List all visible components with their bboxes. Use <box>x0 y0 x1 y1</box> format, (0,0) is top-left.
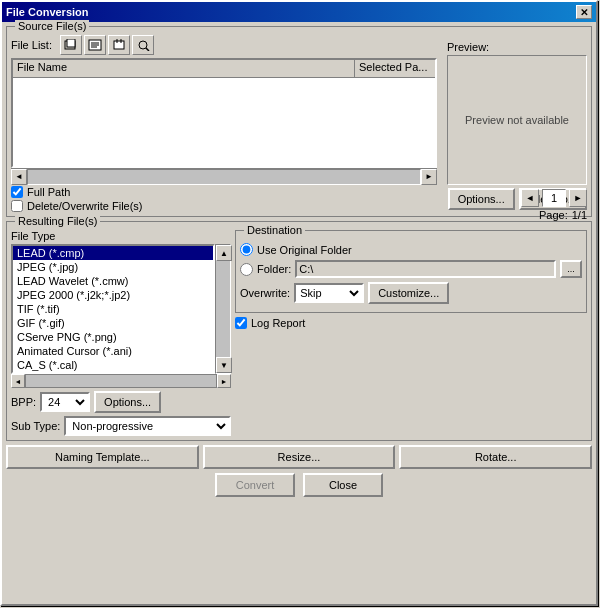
use-original-label: Use Original Folder <box>257 244 352 256</box>
filetype-item-1[interactable]: JPEG (*.jpg) <box>13 260 213 274</box>
filetype-scroll-down[interactable]: ▼ <box>216 357 232 373</box>
filetype-hscroll-track[interactable] <box>25 374 217 388</box>
close-button[interactable]: Close <box>303 473 383 497</box>
filetype-scroll-track[interactable] <box>216 261 230 357</box>
file-type-section: File Type LEAD (*.cmp) JPEG (*.jpg) LEAD… <box>11 230 231 436</box>
filetype-scrollbar[interactable]: ▲ ▼ <box>215 244 231 374</box>
filetype-item-5[interactable]: GIF (*.gif) <box>13 316 213 330</box>
filetype-hscroll-right[interactable]: ► <box>217 374 231 388</box>
toolbar-btn-1[interactable] <box>60 35 82 55</box>
log-report-row: Log Report <box>235 317 587 329</box>
page-total: 1/1 <box>572 209 587 221</box>
convert-close-row: Convert Close <box>6 473 592 497</box>
page-next-btn[interactable]: ► <box>569 189 587 207</box>
filetype-item-0[interactable]: LEAD (*.cmp) <box>13 246 213 260</box>
filetype-item-2[interactable]: LEAD Wavelet (*.cmw) <box>13 274 213 288</box>
full-path-row: Full Path <box>11 186 444 198</box>
rotate-button[interactable]: Rotate... <box>399 445 592 469</box>
page-input[interactable]: 1 <box>542 189 566 207</box>
bottom-buttons-row: Naming Template... Resize... Rotate... <box>6 445 592 469</box>
file-type-listbox-container: LEAD (*.cmp) JPEG (*.jpg) LEAD Wavelet (… <box>11 244 231 374</box>
naming-template-button[interactable]: Naming Template... <box>6 445 199 469</box>
file-type-listbox[interactable]: LEAD (*.cmp) JPEG (*.jpg) LEAD Wavelet (… <box>11 244 215 374</box>
log-report-checkbox[interactable] <box>235 317 247 329</box>
file-table: File Name Selected Pa... <box>11 58 437 168</box>
col-selected-header: Selected Pa... <box>355 60 435 77</box>
customize-btn[interactable]: Customize... <box>368 282 449 304</box>
subtype-label: Sub Type: <box>11 420 60 432</box>
delete-overwrite-label: Delete/Overwrite File(s) <box>27 200 143 212</box>
overwrite-row: Overwrite: Skip Overwrite Prompt Customi… <box>240 282 582 304</box>
use-original-row: Use Original Folder <box>240 243 582 256</box>
filetype-item-8[interactable]: CA_S (*.cal) <box>13 358 213 372</box>
resulting-files-group: Resulting File(s) File Type LEAD (*.cmp)… <box>6 221 592 441</box>
svg-rect-6 <box>114 41 124 49</box>
filetype-item-3[interactable]: JPEG 2000 (*.j2k;*.jp2) <box>13 288 213 302</box>
bpp-label: BPP: <box>11 396 36 408</box>
window-title: File Conversion <box>6 6 89 18</box>
preview-area: Preview: Preview not available ◄ 1 ► Pag… <box>447 41 587 221</box>
source-files-group: Source File(s) File List: <box>6 26 592 217</box>
svg-rect-1 <box>67 39 75 47</box>
close-icon[interactable]: ✕ <box>576 5 592 19</box>
bpp-select[interactable]: 24 1 4 8 16 32 <box>40 392 90 412</box>
toolbar-btn-4[interactable] <box>132 35 154 55</box>
folder-row: Folder: ... <box>240 260 582 278</box>
page-prev-btn[interactable]: ◄ <box>521 189 539 207</box>
source-files-label: Source File(s) <box>15 20 89 32</box>
destination-label: Destination <box>244 224 305 236</box>
bpp-row: BPP: 24 1 4 8 16 32 Options... <box>11 391 231 413</box>
full-path-label: Full Path <box>27 186 70 198</box>
scroll-left-btn[interactable]: ◄ <box>11 169 27 185</box>
preview-box: Preview not available <box>447 55 587 185</box>
delete-overwrite-row: Delete/Overwrite File(s) <box>11 200 444 212</box>
full-path-checkbox[interactable] <box>11 186 23 198</box>
file-type-label: File Type <box>11 230 231 242</box>
subtype-select[interactable]: Non-progressive Progressive <box>64 416 231 436</box>
scroll-track[interactable] <box>27 169 421 185</box>
resize-button[interactable]: Resize... <box>203 445 396 469</box>
svg-line-10 <box>146 48 149 51</box>
folder-label: Folder: <box>257 263 291 275</box>
folder-radio[interactable] <box>240 263 253 276</box>
preview-text: Preview not available <box>465 114 569 126</box>
filetype-item-4[interactable]: TIF (*.tif) <box>13 302 213 316</box>
svg-point-9 <box>139 41 147 49</box>
toolbar-btn-3[interactable] <box>108 35 130 55</box>
title-bar: File Conversion ✕ <box>2 2 596 22</box>
file-conversion-window: File Conversion ✕ Source File(s) File Li… <box>0 0 598 606</box>
browse-btn[interactable]: ... <box>560 260 582 278</box>
destination-group: Destination Use Original Folder Folder: … <box>235 230 587 313</box>
filetype-hscroll-left[interactable]: ◄ <box>11 374 25 388</box>
log-report-label: Log Report <box>251 317 305 329</box>
preview-label: Preview: <box>447 41 587 53</box>
convert-button[interactable]: Convert <box>215 473 295 497</box>
overwrite-label: Overwrite: <box>240 287 290 299</box>
overwrite-select[interactable]: Skip Overwrite Prompt <box>294 283 364 303</box>
delete-overwrite-checkbox[interactable] <box>11 200 23 212</box>
destination-section: Destination Use Original Folder Folder: … <box>235 230 587 436</box>
folder-input[interactable] <box>295 260 556 278</box>
col-filename-header: File Name <box>13 60 355 77</box>
toolbar-btn-2[interactable] <box>84 35 106 55</box>
page-label: Page: <box>539 209 568 221</box>
file-list-label: File List: <box>11 39 52 51</box>
horizontal-scrollbar[interactable]: ◄ ► <box>11 168 437 184</box>
scroll-right-btn[interactable]: ► <box>421 169 437 185</box>
filetype-item-6[interactable]: CServe PNG (*.png) <box>13 330 213 344</box>
filetype-options-button[interactable]: Options... <box>94 391 161 413</box>
filetype-item-7[interactable]: Animated Cursor (*.ani) <box>13 344 213 358</box>
resulting-files-label: Resulting File(s) <box>15 215 100 227</box>
use-original-radio[interactable] <box>240 243 253 256</box>
file-table-body <box>13 78 435 166</box>
subtype-row: Sub Type: Non-progressive Progressive <box>11 416 231 436</box>
filetype-scroll-up[interactable]: ▲ <box>216 245 232 261</box>
